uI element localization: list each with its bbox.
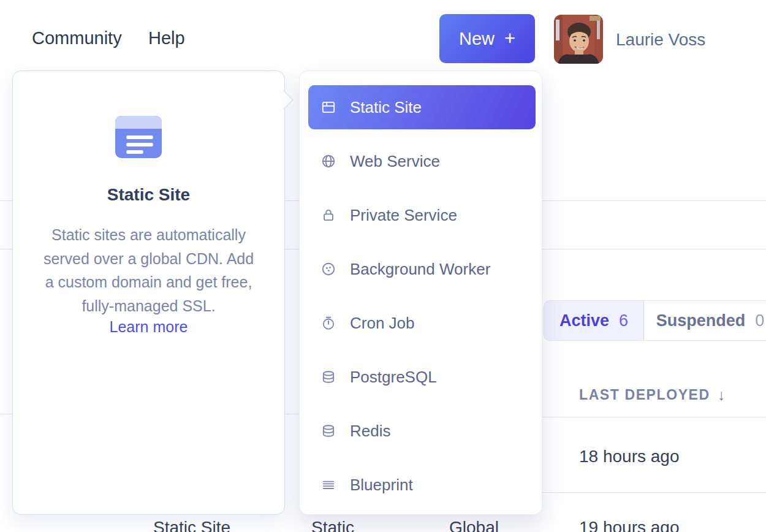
last-deployed-cell: 18 hours ago [579,447,679,466]
menu-item-label: Web Service [350,152,440,171]
private-service-icon [320,207,336,223]
table-row-divider [542,492,766,493]
avatar[interactable] [554,15,603,64]
background-worker-icon [320,261,336,277]
menu-item-label: Static Site [350,98,422,117]
menu-item-label: Blueprint [350,476,413,495]
last-deployed-cell: 19 hours ago [579,518,679,532]
redis-icon [320,423,336,439]
user-name[interactable]: Laurie Voss [616,30,705,50]
card-icon-topbar [115,116,162,129]
description-line: fully-managed SSL. [13,294,284,318]
static-site-info-popover: Static Site Static sites are automatical… [12,70,285,515]
menu-item-label: PostgreSQL [350,368,437,387]
column-header-label: LAST DEPLOYED [579,387,710,403]
column-header-last-deployed[interactable]: LAST DEPLOYED ↓ [579,386,725,404]
nav-link-community[interactable]: Community [32,28,122,48]
static-site-card-icon [115,116,162,158]
card-icon-line [126,143,153,146]
menu-item-blueprint[interactable]: Blueprint [308,463,536,507]
menu-item-background-worker[interactable]: Background Worker [308,247,536,291]
blueprint-icon [320,477,336,493]
static-site-icon [320,99,336,115]
menu-item-redis[interactable]: Redis [308,409,536,453]
menu-item-label: Redis [350,422,390,441]
service-env-cell: Static [311,518,354,532]
service-region-cell: Global [449,518,499,532]
postgresql-icon [320,369,336,385]
new-button-label: New [459,29,495,49]
popover-title: Static Site [13,185,284,205]
web-service-icon [320,153,336,169]
tab-active[interactable]: Active 6 [544,301,644,340]
table-header-divider [542,417,766,417]
service-filter-tabs: Active 6 Suspended 0 [544,300,766,341]
tab-suspended[interactable]: Suspended 0 [644,301,766,340]
sort-descending-icon: ↓ [718,386,726,404]
tab-active-label: Active [559,311,609,330]
menu-item-cron-job[interactable]: Cron Job [308,301,536,345]
card-icon-line [126,135,153,139]
menu-item-web-service[interactable]: Web Service [308,139,536,183]
card-icon-line [126,150,143,154]
popover-description: Static sites are automatically served ov… [13,223,284,317]
service-type-cell: Static Site [153,518,230,532]
menu-item-private-service[interactable]: Private Service [308,193,536,237]
learn-more-link[interactable]: Learn more [13,318,284,336]
menu-item-postgresql[interactable]: PostgreSQL [308,355,536,399]
nav-link-help[interactable]: Help [148,28,185,48]
description-line: served over a global CDN. Add [13,247,284,271]
app-window: Community Help New + Laurie Voss [0,0,766,532]
plus-icon: + [504,28,515,50]
menu-item-static-site[interactable]: Static Site [308,85,536,129]
menu-item-label: Cron Job [350,314,415,333]
tab-suspended-count: 0 [755,311,764,330]
description-line: Static sites are automatically [13,223,284,247]
new-button[interactable]: New + [439,14,535,63]
description-line: a custom domain and get free, [13,270,284,294]
new-service-dropdown: Static Site Web Service Private Service [299,70,542,515]
cron-job-icon [320,315,336,331]
avatar-photo [554,15,603,64]
tab-active-count: 6 [619,311,628,330]
tab-suspended-label: Suspended [656,311,746,330]
menu-item-label: Private Service [350,206,457,225]
menu-item-label: Background Worker [350,260,490,279]
